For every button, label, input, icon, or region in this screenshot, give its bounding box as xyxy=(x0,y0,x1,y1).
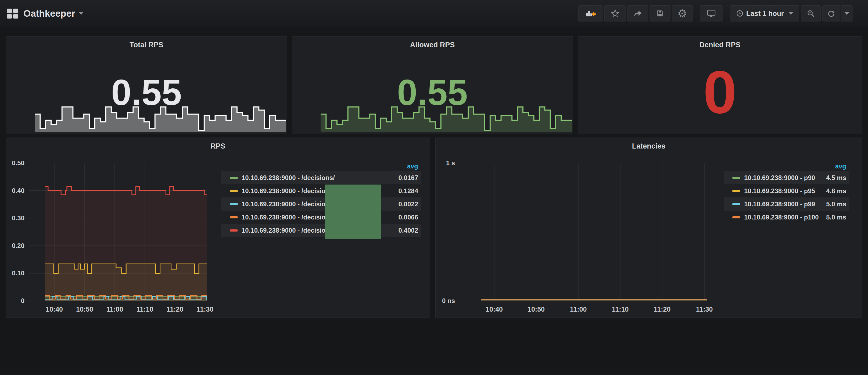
y-tick-label: 0 ns xyxy=(435,297,455,305)
dashboard-header: Oathkeeper xyxy=(0,0,868,27)
total-rps-panel: Total RPS 0.55 xyxy=(6,36,287,133)
y-tick-label: 0.30 xyxy=(6,214,25,222)
dashboard-title[interactable]: Oathkeeper xyxy=(23,8,75,19)
legend-row[interactable]: 10.10.69.238:9000 - /decisions/0.0167 xyxy=(221,171,422,184)
header-left: Oathkeeper xyxy=(7,8,83,19)
legend-series-label: 10.10.69.238:9000 - p90 xyxy=(744,174,821,182)
share-button[interactable] xyxy=(627,5,648,22)
star-button[interactable] xyxy=(604,5,626,22)
grafana-dashboard: Oathkeeper xyxy=(0,0,868,375)
legend-row[interactable]: 10.10.69.238:9000 - /decisions/0.1284 xyxy=(221,184,422,197)
panel-title[interactable]: Denied RPS xyxy=(578,41,862,49)
time-range-picker[interactable]: Last 1 hour xyxy=(730,5,799,22)
gear-icon: ⚙ xyxy=(678,8,687,19)
legend-series-swatch xyxy=(230,177,238,179)
legend-row[interactable]: 10.10.69.238:9000 - /decisions/0.0022 xyxy=(221,197,422,211)
y-tick-label: 0 xyxy=(6,297,25,305)
stat-value: 0.55 xyxy=(6,74,287,111)
legend-row[interactable]: 10.10.69.238:9000 - p1005.0 ms xyxy=(724,211,849,224)
panel-title[interactable]: Total RPS xyxy=(6,41,287,49)
x-tick-label: 11:20 xyxy=(646,305,678,313)
legend-row[interactable]: 10.10.69.238:9000 - /decisions/0.0066 xyxy=(221,211,422,224)
legend-avg-value: 4.8 ms xyxy=(826,187,846,195)
legend-series-swatch xyxy=(732,177,740,179)
panel-title[interactable]: Latencies xyxy=(436,142,862,150)
legend-series-swatch xyxy=(230,190,238,192)
refresh-icon xyxy=(827,9,835,18)
stat-value: 0 xyxy=(578,62,862,123)
legend-series-swatch xyxy=(230,229,238,231)
legend-avg-value: 0.0066 xyxy=(399,214,418,221)
latencies-graph-panel: Latencies 1 s0 ns10:4010:5011:0011:1011:… xyxy=(435,137,862,318)
caret-down-icon xyxy=(845,12,849,15)
x-tick-label: 11:00 xyxy=(99,305,131,313)
caret-down-icon xyxy=(789,12,793,15)
dashboard-menu-icon[interactable] xyxy=(7,9,18,19)
legend-avg-value: 0.4002 xyxy=(399,227,418,234)
x-tick-label: 11:10 xyxy=(604,305,637,313)
legend-series-label: 10.10.69.238:9000 - p100 xyxy=(744,214,821,221)
star-icon xyxy=(611,9,619,18)
share-icon xyxy=(633,10,642,17)
legend-avg-value: 0.0022 xyxy=(399,200,418,208)
time-range-label: Last 1 hour xyxy=(746,9,784,18)
panel-title[interactable]: RPS xyxy=(6,142,430,150)
legend-series-swatch xyxy=(732,190,740,192)
add-panel-icon xyxy=(586,9,596,18)
x-tick-label: 10:40 xyxy=(38,305,70,313)
add-panel-button[interactable] xyxy=(578,5,603,22)
legend-series-label: 10.10.69.238:9000 - /decisions/ xyxy=(242,174,393,182)
y-tick-label: 0.20 xyxy=(6,242,25,250)
legend-avg-value: 4.5 ms xyxy=(826,174,846,182)
legend-avg-value: 0.0167 xyxy=(399,174,418,182)
redaction-overlay xyxy=(324,185,381,239)
zoom-out-icon xyxy=(807,9,815,18)
x-tick-label: 11:00 xyxy=(562,305,594,313)
legend-row[interactable]: 10.10.69.238:9000 - /decisions/0.4002 xyxy=(221,224,422,237)
legend-row[interactable]: 10.10.69.238:9000 - p995.0 ms xyxy=(724,197,849,211)
rps-legend: avg10.10.69.238:9000 - /decisions/0.0167… xyxy=(221,161,422,237)
legend-row[interactable]: 10.10.69.238:9000 - p954.8 ms xyxy=(724,184,849,197)
y-tick-label: 0.10 xyxy=(6,269,25,277)
legend-series-swatch xyxy=(732,203,740,205)
legend-series-label: 10.10.69.238:9000 - p99 xyxy=(744,200,821,208)
refresh-button[interactable] xyxy=(822,5,840,22)
monitor-icon xyxy=(707,9,716,18)
x-tick-label: 10:50 xyxy=(520,305,552,313)
caret-down-icon[interactable] xyxy=(79,12,83,15)
x-tick-label: 10:40 xyxy=(478,305,510,313)
y-tick-label: 0.40 xyxy=(6,187,25,195)
zoom-out-button[interactable] xyxy=(801,5,821,22)
legend-series-swatch xyxy=(230,216,238,218)
clock-icon xyxy=(736,10,744,17)
rps-graph-panel: RPS 0.500.400.300.200.10010:4010:5011:00… xyxy=(6,137,430,318)
legend-avg-value: 0.1284 xyxy=(399,187,418,195)
cycle-view-button[interactable] xyxy=(700,5,723,22)
legend-row[interactable]: 10.10.69.238:9000 - p904.5 ms xyxy=(724,171,849,184)
settings-button[interactable]: ⚙ xyxy=(672,5,693,22)
x-tick-label: 11:20 xyxy=(159,305,191,313)
header-toolbar: ⚙ Last 1 hour xyxy=(577,5,853,22)
save-icon xyxy=(656,10,664,17)
x-tick-label: 11:30 xyxy=(688,305,720,313)
legend-series-swatch xyxy=(230,203,238,205)
y-tick-label: 0.50 xyxy=(6,159,25,167)
legend-avg-header: avg xyxy=(724,161,849,171)
refresh-interval-button[interactable] xyxy=(841,5,853,22)
denied-rps-panel: Denied RPS 0 xyxy=(578,36,862,133)
x-tick-label: 11:10 xyxy=(129,305,161,313)
legend-avg-value: 5.0 ms xyxy=(826,200,846,208)
x-tick-label: 11:30 xyxy=(189,305,221,313)
stat-value: 0.55 xyxy=(292,74,573,111)
legend-series-swatch xyxy=(732,216,740,218)
y-tick-label: 1 s xyxy=(435,159,455,167)
x-tick-label: 10:50 xyxy=(68,305,101,313)
legend-series-label: 10.10.69.238:9000 - p95 xyxy=(744,187,821,195)
panel-title[interactable]: Allowed RPS xyxy=(292,41,573,49)
allowed-rps-panel: Allowed RPS 0.55 xyxy=(292,36,573,133)
latencies-legend: avg10.10.69.238:9000 - p904.5 ms10.10.69… xyxy=(724,161,849,224)
save-button[interactable] xyxy=(650,5,671,22)
legend-avg-value: 5.0 ms xyxy=(826,214,846,221)
legend-avg-header: avg xyxy=(221,161,422,171)
